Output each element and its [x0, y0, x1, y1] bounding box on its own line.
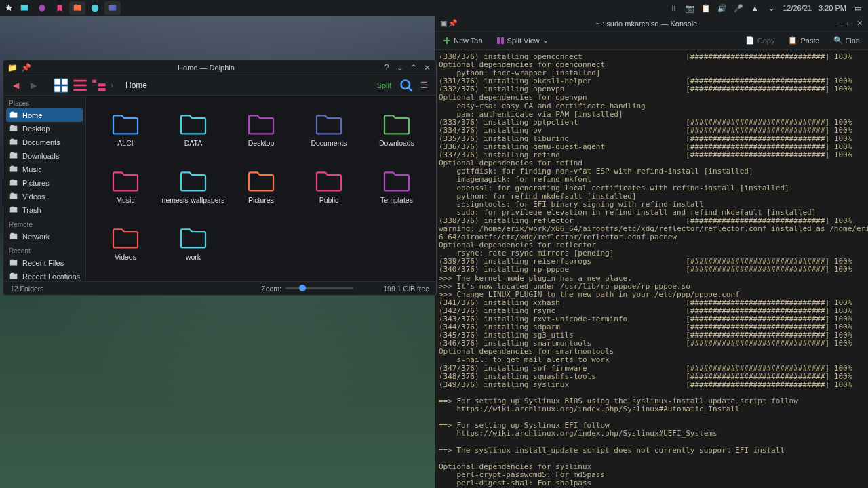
folder-data[interactable]: DATA: [161, 102, 226, 157]
folder-documents[interactable]: Documents: [296, 102, 361, 157]
list-view-button[interactable]: [73, 78, 87, 93]
svg-point-1: [39, 5, 45, 11]
window-title: Home — Dolphin: [178, 64, 235, 72]
new-tab-button[interactable]: New Tab: [439, 35, 487, 47]
zoom-label: Zoom:: [261, 285, 281, 293]
svg-rect-11: [92, 79, 96, 82]
status-bar: 12 Folders Zoom: 199.1 GiB free: [3, 281, 436, 295]
folder-downloads[interactable]: Downloads: [364, 102, 429, 157]
sidebar-item-music[interactable]: Music: [3, 163, 85, 176]
svg-rect-5: [62, 79, 67, 84]
split-view-button[interactable]: Split View ⌄: [492, 34, 553, 47]
folder-desktop[interactable]: Desktop: [229, 102, 294, 157]
app-launcher-icon[interactable]: [3, 2, 15, 14]
copy-button[interactable]: 📄 Copy: [741, 34, 779, 47]
terminal-output[interactable]: (330/376) installing openconnect [######…: [435, 50, 868, 488]
tray-chevron-icon[interactable]: ⌄: [766, 3, 776, 13]
svg-rect-13: [98, 88, 106, 91]
paste-button[interactable]: 📋 Paste: [784, 34, 823, 47]
svg-rect-6: [54, 86, 60, 92]
zoom-slider[interactable]: [285, 287, 353, 289]
svg-rect-19: [497, 37, 500, 44]
task-icon-software[interactable]: [52, 1, 68, 15]
dolphin-toolbar: ◀ ▶ › Home Split ☰: [3, 75, 436, 96]
svg-rect-0: [21, 5, 28, 10]
folder-alci[interactable]: ALCI: [93, 102, 158, 157]
minimize-button[interactable]: ⌄: [395, 63, 405, 73]
tray-volume-icon[interactable]: 🔊: [717, 3, 727, 13]
pin-icon[interactable]: 📌: [21, 63, 31, 73]
folder-pictures[interactable]: Pictures: [229, 159, 294, 214]
svg-rect-4: [54, 79, 60, 84]
folder-videos[interactable]: Videos: [93, 216, 158, 270]
search-icon[interactable]: [399, 79, 413, 92]
task-icon-konsole[interactable]: [104, 1, 121, 15]
svg-rect-18: [443, 40, 450, 41]
sidebar-item-documents[interactable]: Documents: [3, 136, 85, 149]
file-grid[interactable]: ALCIDATADesktopDocumentsDownloadsMusicne…: [86, 96, 436, 281]
task-icon-vm[interactable]: [16, 1, 33, 15]
tray-network-icon[interactable]: ▲: [750, 3, 760, 13]
svg-point-2: [92, 5, 99, 12]
tray-mic-icon[interactable]: 🎤: [734, 3, 743, 13]
tree-view-button[interactable]: [92, 78, 106, 93]
konsole-window: ▣ 📌 ~ : sudo mkarchiso — Konsole ─ □ ✕ N…: [435, 16, 868, 488]
folder-nemesis-wallpapers[interactable]: nemesis-wallpapers: [161, 159, 226, 214]
svg-rect-20: [501, 37, 504, 44]
app-icon: 📁: [7, 63, 17, 73]
sidebar-item-home[interactable]: Home: [6, 108, 83, 122]
forward-button[interactable]: ▶: [26, 79, 40, 92]
places-sidebar: Places HomeDesktopDocumentsDownloadsMusi…: [3, 96, 86, 281]
sidebar-item-recent-locations[interactable]: Recent Locations: [3, 270, 85, 281]
task-icon-dolphin[interactable]: [69, 1, 85, 15]
tray-pause-icon[interactable]: ⏸: [669, 3, 678, 13]
task-icon-settings[interactable]: [34, 1, 50, 15]
konsole-title: ~ : sudo mkarchiso — Konsole: [596, 20, 698, 28]
svg-rect-10: [73, 89, 86, 91]
close-button[interactable]: ✕: [854, 19, 864, 28]
sidebar-item-downloads[interactable]: Downloads: [3, 149, 85, 163]
minimize-button[interactable]: ─: [835, 19, 845, 28]
svg-rect-8: [73, 79, 86, 81]
panel-time[interactable]: 3:20 PM: [818, 4, 846, 12]
free-space: 199.1 GiB free: [383, 285, 429, 293]
sidebar-item-pictures[interactable]: Pictures: [3, 176, 85, 190]
task-icon-chromium[interactable]: [87, 1, 103, 15]
split-button[interactable]: Split: [370, 80, 395, 91]
folder-public[interactable]: Public: [296, 159, 361, 214]
maximize-button[interactable]: ⌃: [409, 63, 418, 73]
sidebar-item-desktop[interactable]: Desktop: [3, 122, 85, 136]
back-button[interactable]: ◀: [9, 79, 22, 92]
find-button[interactable]: 🔍 Find: [829, 34, 864, 47]
icon-view-button[interactable]: [54, 78, 68, 93]
svg-point-16: [401, 80, 410, 89]
sidebar-item-network[interactable]: Network: [3, 230, 85, 243]
svg-rect-9: [73, 84, 86, 86]
konsole-toolbar: New Tab Split View ⌄ 📄 Copy 📋 Paste 🔍 Fi…: [435, 31, 868, 50]
tray-camera-icon[interactable]: 📷: [685, 3, 694, 13]
hamburger-menu-icon[interactable]: ☰: [417, 79, 431, 92]
folder-work[interactable]: work: [161, 216, 226, 270]
help-icon[interactable]: ?: [382, 63, 391, 73]
konsole-titlebar[interactable]: ▣ 📌 ~ : sudo mkarchiso — Konsole ─ □ ✕: [435, 16, 868, 31]
svg-rect-3: [109, 5, 117, 10]
sidebar-item-recent-files[interactable]: Recent Files: [3, 256, 85, 270]
close-button[interactable]: ✕: [422, 63, 432, 73]
svg-rect-12: [98, 83, 106, 86]
sidebar-item-videos[interactable]: Videos: [3, 190, 85, 203]
tray-clipboard-icon[interactable]: 📋: [701, 3, 711, 13]
remote-header: Remote: [3, 217, 85, 230]
tray-desktop-icon[interactable]: ▭: [853, 3, 863, 13]
maximize-button[interactable]: □: [845, 19, 854, 28]
svg-rect-7: [62, 86, 67, 92]
breadcrumb[interactable]: Home: [119, 81, 366, 90]
folder-count: 12 Folders: [10, 285, 44, 293]
pin-icon[interactable]: 📌: [448, 19, 458, 28]
sidebar-item-trash[interactable]: Trash: [3, 203, 85, 217]
folder-templates[interactable]: Templates: [364, 159, 429, 214]
folder-music[interactable]: Music: [93, 159, 158, 214]
dolphin-titlebar[interactable]: 📁 📌 Home — Dolphin ? ⌄ ⌃ ✕: [3, 60, 436, 75]
places-header: Places: [3, 96, 85, 108]
panel-date[interactable]: 12/26/21: [783, 4, 812, 12]
recent-header: Recent: [3, 243, 85, 256]
